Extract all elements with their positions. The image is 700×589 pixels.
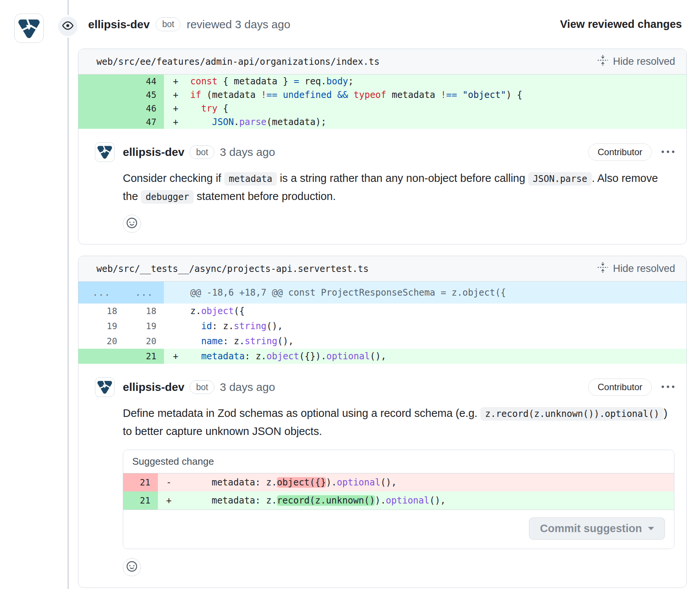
ellipsis-dev-logo-icon	[97, 144, 112, 160]
file-path-link[interactable]: web/src/ee/features/admin-api/organizati…	[96, 56, 379, 67]
diff-row-context: 2020 name: z.string(),	[78, 334, 686, 349]
review-action-text: reviewed 3 days ago	[186, 18, 290, 31]
diff-row-add: 47+ JSON.parse(metadata);	[78, 115, 686, 129]
review-comment: ellipsis-dev bot 3 days ago Contributor …	[78, 364, 686, 587]
hide-resolved-button[interactable]: Hide resolved	[597, 55, 675, 69]
suggested-change-block: Suggested change 21- metadata: z.object(…	[123, 450, 674, 549]
inline-code: JSON.parse	[528, 172, 592, 186]
comment-body: Define metadata in Zod schemas as option…	[123, 404, 674, 440]
review-thread-card-1: web/src/ee/features/admin-api/organizati…	[78, 49, 687, 244]
diff-row-add: 21+ metadata: z.object({}).optional(),	[78, 349, 686, 364]
diff-row-hunk: ......@@ -18,6 +18,7 @@ const ProjectRes…	[78, 282, 686, 304]
review-thread-card-2: web/src/__tests__/async/projects-api.ser…	[78, 256, 687, 588]
bot-badge: bot	[156, 17, 180, 31]
timeline-line	[67, 0, 69, 589]
card-gap	[0, 244, 700, 256]
commit-suggestion-button[interactable]: Commit suggestion	[529, 517, 665, 540]
kebab-menu-button[interactable]	[662, 381, 674, 394]
diff-snippet: 44+const { metadata } = req.body;45+if (…	[78, 75, 686, 129]
add-reaction-button[interactable]	[123, 215, 141, 233]
comment-body: Consider checking if metadata is a strin…	[123, 169, 674, 206]
comment-timestamp[interactable]: 3 days ago	[220, 381, 275, 394]
review-event-badge	[57, 15, 79, 38]
fold-icon	[597, 262, 608, 276]
comment-author[interactable]: ellipsis-dev	[123, 146, 184, 159]
suggested-change-footer: Commit suggestion	[123, 510, 674, 549]
bot-badge: bot	[190, 145, 214, 159]
review-comment: ellipsis-dev bot 3 days ago Contributor …	[78, 129, 686, 244]
hide-resolved-button[interactable]: Hide resolved	[597, 262, 675, 276]
reviewer-avatar[interactable]	[14, 14, 44, 43]
review-header: ellipsis-dev bot reviewed 3 days ago Vie…	[0, 0, 700, 49]
diff-row-add: 46+ try {	[78, 102, 686, 115]
comment-avatar[interactable]	[95, 377, 115, 397]
diff-row-del: 21- metadata: z.object({}).optional(),	[123, 473, 674, 491]
suggested-change-diff: 21- metadata: z.object({}).optional(),21…	[123, 473, 674, 510]
bot-badge: bot	[190, 380, 214, 394]
eye-icon	[62, 20, 73, 33]
diff-row-add: 45+if (metadata !== undefined && typeof …	[78, 88, 686, 102]
file-path-link[interactable]: web/src/__tests__/async/projects-api.ser…	[96, 264, 368, 274]
ellipsis-dev-logo-icon	[18, 17, 40, 40]
comment-timestamp[interactable]: 3 days ago	[220, 146, 275, 159]
pr-review-page: ellipsis-dev bot reviewed 3 days ago Vie…	[0, 0, 700, 589]
diff-row-context: 1818z.object({	[78, 304, 686, 319]
suggested-change-title: Suggested change	[123, 450, 674, 473]
view-reviewed-changes-link[interactable]: View reviewed changes	[560, 18, 682, 31]
commit-suggestion-label: Commit suggestion	[540, 522, 642, 535]
fold-icon	[597, 55, 608, 69]
comment-header-actions: Contributor	[588, 378, 674, 396]
diff-row-add: 21+ metadata: z.record(z.unknown()).opti…	[123, 491, 674, 510]
hide-resolved-label: Hide resolved	[613, 56, 675, 67]
comment-header: ellipsis-dev bot 3 days ago Contributor	[95, 142, 674, 162]
hide-resolved-label: Hide resolved	[613, 263, 675, 275]
smiley-icon	[127, 561, 137, 573]
contributor-badge: Contributor	[588, 143, 652, 161]
contributor-badge: Contributor	[588, 378, 652, 396]
inline-code: z.record(z.unknown()).optional()	[480, 407, 663, 421]
file-header: web/src/__tests__/async/projects-api.ser…	[78, 256, 686, 282]
comment-header-actions: Contributor	[588, 143, 674, 161]
ellipsis-dev-logo-icon	[97, 379, 112, 395]
reviewer-name[interactable]: ellipsis-dev	[88, 18, 150, 31]
comment-author[interactable]: ellipsis-dev	[123, 381, 184, 394]
inline-code: metadata	[224, 172, 277, 186]
kebab-menu-button[interactable]	[662, 146, 674, 159]
file-header: web/src/ee/features/admin-api/organizati…	[78, 49, 686, 75]
smiley-icon	[127, 218, 137, 230]
triangle-down-icon	[648, 527, 654, 530]
inline-code: debugger	[141, 190, 194, 204]
add-reaction-button[interactable]	[123, 558, 141, 576]
diff-row-add: 44+const { metadata } = req.body;	[78, 75, 686, 88]
comment-header: ellipsis-dev bot 3 days ago Contributor	[95, 377, 674, 397]
diff-snippet: ......@@ -18,6 +18,7 @@ const ProjectRes…	[78, 282, 686, 364]
diff-row-context: 1919 id: z.string(),	[78, 319, 686, 334]
comment-avatar[interactable]	[95, 142, 115, 162]
